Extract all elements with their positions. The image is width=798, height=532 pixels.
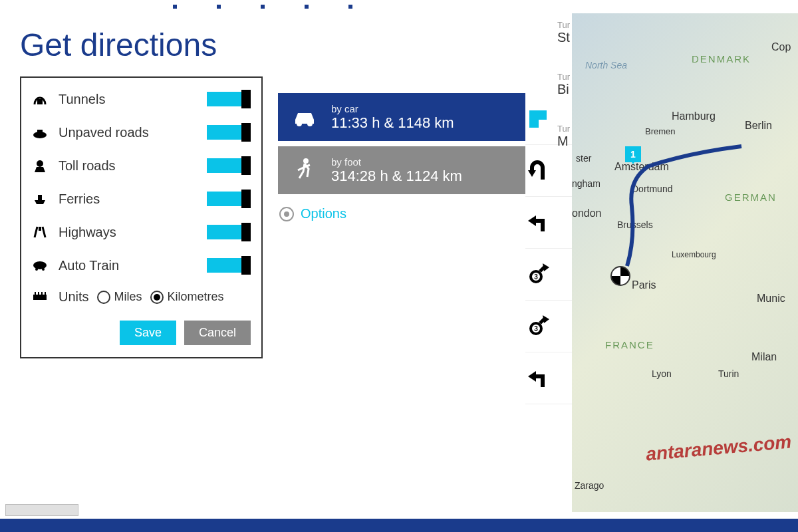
option-label: Unpaved roads <box>59 125 149 140</box>
foot-icon <box>290 156 319 185</box>
svg-point-16 <box>303 158 309 164</box>
toggle-highways[interactable] <box>207 225 251 239</box>
toggle-unpaved-roads[interactable] <box>207 125 251 140</box>
route-marker-1[interactable]: 1 <box>625 146 641 162</box>
option-label: Tunnels <box>59 92 105 107</box>
save-button[interactable]: Save <box>120 321 176 345</box>
turnleft-icon <box>525 366 551 391</box>
map-label: ondon <box>572 207 602 219</box>
toggle-ferries[interactable] <box>207 192 251 206</box>
round3-icon: 3 <box>525 314 551 339</box>
route-detail: 314:28 h & 1124 km <box>331 168 462 185</box>
toggle-tunnels[interactable] <box>207 92 251 106</box>
uturn-icon <box>525 158 551 184</box>
map-view[interactable]: North Sea DENMARKCopHamburgBremenBerlinA… <box>572 13 798 512</box>
toggle-auto-train[interactable] <box>207 258 251 273</box>
route-polyline <box>608 133 755 399</box>
option-row-highways: Highways <box>32 223 251 241</box>
highway-icon <box>32 225 48 239</box>
svg-rect-4 <box>38 195 42 200</box>
route-detail: 11:33 h & 1148 km <box>331 114 454 132</box>
watermark: antaranews.com <box>645 431 792 465</box>
svg-rect-13 <box>45 292 46 295</box>
tunnel-icon <box>32 92 48 106</box>
option-row-auto-train: Auto Train <box>32 256 251 275</box>
start-icon <box>525 106 551 132</box>
route-options-panel: TunnelsUnpaved roadsToll roadsFerriesHig… <box>20 76 263 358</box>
sea-label: North Sea <box>585 60 627 70</box>
route-mode: by foot <box>331 156 462 168</box>
ferry-icon <box>32 192 48 205</box>
svg-rect-12 <box>41 292 43 295</box>
option-label: Auto Train <box>59 258 119 273</box>
svg-rect-11 <box>38 292 39 295</box>
map-label: Zarago <box>575 480 604 491</box>
units-radio-miles[interactable]: Miles <box>97 290 142 304</box>
route-card-car[interactable]: by car11:33 h & 1148 km <box>278 93 525 141</box>
svg-point-14 <box>297 121 302 126</box>
toggle-toll-roads[interactable] <box>207 158 251 173</box>
option-row-toll-roads: Toll roads <box>32 156 251 175</box>
map-label: DENMARK <box>692 53 751 65</box>
options-link[interactable]: Options <box>278 200 525 228</box>
svg-point-8 <box>42 268 45 271</box>
units-row: Units Miles Kilometres <box>32 289 251 305</box>
turnleft-icon <box>525 210 551 235</box>
units-icon <box>32 291 48 304</box>
crosshair-icon <box>279 207 294 221</box>
round3-icon: 3 <box>525 262 551 287</box>
svg-text:3: 3 <box>534 325 538 332</box>
svg-point-15 <box>307 121 313 126</box>
svg-text:3: 3 <box>534 273 538 281</box>
destination-marker[interactable] <box>610 266 630 286</box>
units-radio-kilometres[interactable]: Kilometres <box>150 290 224 304</box>
svg-rect-5 <box>39 227 41 231</box>
units-label: Units <box>59 289 89 305</box>
top-indicator <box>0 0 798 13</box>
option-row-ferries: Ferries <box>32 190 251 208</box>
map-label: Berlin <box>745 120 772 132</box>
map-label: Milan <box>751 351 777 363</box>
option-label: Toll roads <box>59 158 116 174</box>
option-label: Highways <box>59 225 116 240</box>
cancel-button[interactable]: Cancel <box>184 321 251 345</box>
svg-rect-10 <box>35 292 36 295</box>
option-row-tunnels: Tunnels <box>32 90 251 108</box>
map-label: ster <box>576 153 591 164</box>
app-bar[interactable] <box>0 519 798 532</box>
svg-rect-0 <box>37 99 43 104</box>
horizontal-scrollbar[interactable] <box>5 504 78 516</box>
train-icon <box>32 259 48 272</box>
toll-icon <box>32 159 48 172</box>
map-label: ngham <box>572 178 600 189</box>
svg-point-6 <box>33 261 47 269</box>
unpaved-icon <box>32 126 48 139</box>
svg-rect-2 <box>37 130 43 134</box>
route-mode: by car <box>331 103 454 114</box>
car-icon <box>290 102 319 132</box>
page-title: Get directions <box>20 27 273 63</box>
option-row-unpaved-roads: Unpaved roads <box>32 123 251 142</box>
svg-point-3 <box>37 160 43 167</box>
map-label: Munic <box>757 293 785 305</box>
svg-point-7 <box>35 268 38 271</box>
svg-rect-9 <box>33 295 47 300</box>
direction-step[interactable]: TurM <box>525 352 572 404</box>
option-label: Ferries <box>59 192 100 207</box>
route-card-foot[interactable]: by foot314:28 h & 1124 km <box>278 146 525 194</box>
map-label: Hamburg <box>672 110 716 122</box>
map-label: Cop <box>771 41 791 53</box>
